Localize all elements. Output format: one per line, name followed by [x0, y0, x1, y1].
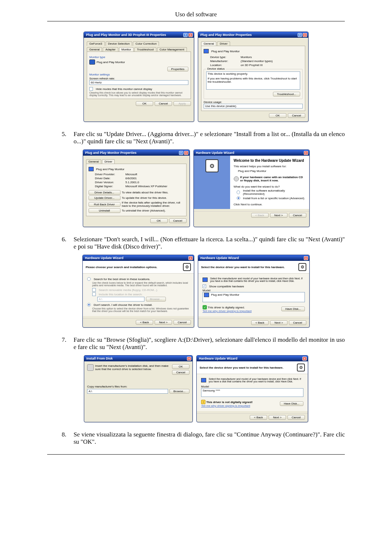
back-button[interactable]: < Back: [251, 320, 269, 325]
tab-general[interactable]: General: [87, 47, 102, 52]
troubleshoot-button[interactable]: Troubleshoot...: [273, 92, 300, 97]
monitor-icon: [203, 278, 208, 282]
digital-signer-label: Digital Signer:: [95, 185, 124, 188]
device-type-value: Monitors: [241, 56, 252, 59]
ok-button[interactable]: OK: [150, 218, 168, 223]
close-icon[interactable]: ×: [303, 33, 307, 37]
signed-icon: ✓: [203, 305, 207, 309]
radio-auto[interactable]: [237, 190, 240, 194]
help-icon[interactable]: ?: [179, 151, 183, 155]
check-removable-label: Search removable media (floppy, CD-ROM..…: [99, 288, 157, 292]
wizard-icon: ⚙: [297, 364, 305, 372]
signing-info-link[interactable]: Tell me why driver signing is important: [201, 404, 250, 407]
close-icon[interactable]: ×: [302, 357, 307, 361]
driver-version-value: 5.1.2001.0: [126, 181, 139, 184]
driver-details-desc: To view details about the driver files.: [122, 191, 184, 194]
hardware-update-wizard-model: Hardware Update Wizard × Select the devi…: [196, 355, 308, 422]
browse-button[interactable]: Browse...: [170, 389, 189, 394]
have-disk-button[interactable]: Have Disk...: [280, 401, 303, 406]
radio-search-label: Search for the best driver in these loca…: [94, 278, 150, 281]
help-icon[interactable]: ?: [298, 33, 302, 37]
back-button[interactable]: < Back: [250, 415, 267, 420]
tab-adapter[interactable]: Adapter: [103, 47, 118, 52]
monitor-icon: [89, 59, 95, 65]
tab-troubleshoot[interactable]: Troubleshoot: [134, 47, 156, 52]
tab-geforce3[interactable]: GeForce3: [87, 41, 105, 46]
ok-button[interactable]: OK: [136, 101, 153, 106]
not-signed-text: This driver is not digitally signed!: [206, 401, 253, 404]
wizard-welcome-title: Welcome to the Hardware Update Wizard: [234, 159, 306, 163]
step-7: 7. Fare clic su "Browse (Sfoglia)", sceg…: [47, 336, 345, 351]
cancel-button[interactable]: Cancel: [289, 213, 306, 218]
monitor-properties-general-dialog: Plug and Play Monitor Properties ? × Gen…: [198, 32, 309, 122]
tab-device-selection[interactable]: Device Selection: [106, 41, 132, 46]
check-show-compatible-label: Show compatible hardware: [209, 285, 244, 288]
cancel-button[interactable]: Cancel: [173, 320, 191, 325]
cancel-button[interactable]: Cancel: [287, 415, 305, 420]
cancel-button[interactable]: Cancel: [155, 101, 172, 106]
cancel-button[interactable]: Cancel: [172, 370, 189, 375]
close-icon[interactable]: ×: [188, 256, 193, 260]
radio-list[interactable]: [237, 196, 240, 200]
monitor-properties-driver-dialog: Plug and Play Monitor Properties ? × Gen…: [83, 149, 190, 227]
hide-modes-checkbox[interactable]: [89, 87, 93, 91]
ok-button[interactable]: OK: [172, 364, 189, 369]
driver-date-value: 6/6/2001: [126, 177, 137, 180]
properties-button[interactable]: Properties: [167, 67, 188, 71]
next-button[interactable]: Next >: [270, 320, 287, 325]
radio-search[interactable]: [87, 277, 91, 281]
cd-icon: [234, 176, 239, 181]
install-msg: Insert the manufacturer's installation d…: [95, 364, 171, 371]
model-list[interactable]: Plug and Play Monitor: [203, 292, 305, 302]
refresh-rate-select[interactable]: 60 Hertz: [89, 80, 188, 85]
model-list[interactable]: Samsung ****: [201, 388, 303, 397]
select-intro: Select the manufacturer and model of you…: [209, 378, 303, 383]
have-disk-button[interactable]: Have Disk...: [281, 307, 305, 311]
wizard-icon: ⚙: [298, 263, 306, 271]
copy-from-label: Copy manufacturer's files from:: [87, 385, 189, 388]
copy-from-input[interactable]: A:\: [87, 389, 168, 394]
monitor-name: Plug and Play Monitor: [97, 61, 125, 64]
help-icon[interactable]: ?: [183, 33, 188, 37]
rollback-driver-button[interactable]: Roll Back Driver: [89, 202, 121, 207]
next-button[interactable]: Next >: [155, 320, 172, 325]
check-show-compatible[interactable]: [203, 284, 206, 288]
hardware-update-wizard-search: Hardware Update Wizard × Please choose y…: [82, 255, 194, 328]
cancel-button[interactable]: Cancel: [289, 320, 306, 325]
close-icon[interactable]: ×: [304, 256, 308, 260]
tab-general[interactable]: General: [86, 159, 101, 164]
tab-driver[interactable]: Driver: [217, 41, 230, 46]
wizard-icon: ⚙: [205, 159, 219, 172]
model-label: Model: [201, 385, 303, 388]
dialog-title: Plug and Play Monitor Properties: [200, 33, 252, 37]
device-usage-select[interactable]: Use this device (enable): [204, 104, 303, 108]
device-status-title: Device status: [206, 67, 226, 70]
cancel-button[interactable]: Cancel: [288, 113, 305, 118]
tab-monitor[interactable]: Monitor: [119, 47, 134, 52]
close-icon[interactable]: ×: [304, 151, 308, 155]
tab-color-correction[interactable]: Color Correction: [133, 41, 159, 46]
next-button[interactable]: Next >: [270, 213, 287, 218]
tab-general[interactable]: General: [201, 41, 216, 46]
close-icon[interactable]: ×: [184, 151, 188, 155]
tab-color-management[interactable]: Color Management: [157, 47, 187, 52]
wizard-header: Select the device driver you want to ins…: [201, 266, 285, 269]
close-icon[interactable]: ×: [188, 33, 193, 37]
radio-dont-search[interactable]: [87, 303, 91, 307]
uninstall-button[interactable]: Uninstall: [89, 208, 121, 213]
step-5: 5. Fare clic su "Update Driver... (Aggio…: [47, 131, 345, 145]
close-icon[interactable]: ×: [187, 357, 191, 361]
wizard-intro: This wizard helps you install software f…: [234, 165, 306, 168]
update-driver-button[interactable]: Update Driver...: [89, 196, 121, 200]
radio-list-label: Install from a list or specific location…: [243, 197, 305, 200]
next-button[interactable]: Next >: [269, 415, 286, 420]
apply-button: Apply: [173, 101, 191, 106]
signing-info-link[interactable]: Tell me why driver signing is important: [203, 309, 252, 313]
hardware-update-wizard-welcome: Hardware Update Wizard × ⚙ Welcome to th…: [193, 149, 310, 227]
driver-details-button[interactable]: Driver Details...: [89, 190, 121, 195]
ok-button[interactable]: OK: [269, 113, 286, 118]
cancel-button[interactable]: Cancel: [169, 218, 187, 223]
back-button[interactable]: < Back: [136, 320, 153, 325]
dialog-title: Plug and Play Monitor and 3D Prophet III…: [86, 33, 166, 37]
tab-driver[interactable]: Driver: [102, 159, 115, 164]
